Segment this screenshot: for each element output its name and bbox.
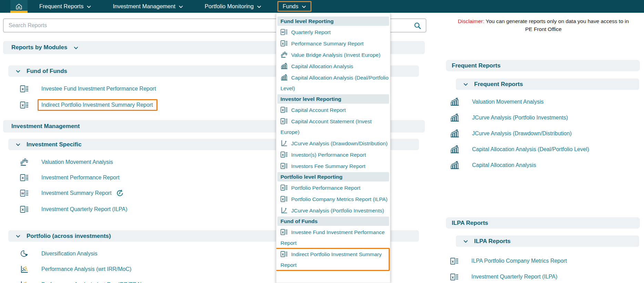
- menu-item-value-bridge-analysis[interactable]: Value Bridge Analysis (Invest Europe): [276, 50, 390, 60]
- report-link-capital-allocation-analysis[interactable]: Capital Allocation Analysis: [446, 160, 641, 170]
- chevron-down-icon: [178, 4, 183, 9]
- waterfall-chart-icon: [20, 158, 29, 166]
- menu-item-investors-fee-summary-report[interactable]: Investors Fee Summary Report: [276, 161, 390, 171]
- nav-label: Funds: [283, 3, 298, 10]
- nav-item-frequent-reports[interactable]: Frequent Reports: [35, 0, 95, 13]
- section-ilpa-reports[interactable]: ILPA Reports: [456, 235, 639, 247]
- menu-item-portfolio-company-metrics-report-ilpa[interactable]: Portfolio Company Metrics Report (ILPA): [276, 194, 390, 205]
- bar-chart-icon: [450, 97, 460, 106]
- search-icon[interactable]: [413, 22, 422, 30]
- report-label: Performance Analysis (wrt IRR/MoC): [41, 266, 131, 272]
- report-label: Valuation Movement Analysis: [41, 159, 113, 165]
- bar-label: Frequent Reports: [452, 62, 501, 69]
- section-frequent-reports[interactable]: Frequent Reports: [456, 78, 639, 90]
- word-icon: [280, 29, 288, 35]
- chevron-down-icon: [16, 69, 21, 74]
- menu-item-label: Portfolio Performance Report: [291, 185, 360, 191]
- menu-item-label: Investee Fund Investment Performance Rep…: [280, 229, 385, 246]
- menu-item-label: Capital Allocation Analysis: [291, 63, 353, 69]
- menu-item-indirect-portfolio-investment-summary-report[interactable]: Indirect Portfolio Investment Summary Re…: [276, 249, 390, 270]
- menu-item-label: Capital Account Report: [291, 107, 346, 113]
- menu-item-jcurve-analysis-drawdown-distribution[interactable]: JCurve Analysis (Drawdown/Distribution): [276, 138, 390, 149]
- nav-home-button[interactable]: [10, 0, 28, 13]
- history-icon[interactable]: [116, 189, 124, 197]
- menu-item-performance-summary-report[interactable]: Performance Summary Report: [276, 38, 390, 49]
- menu-item-label: Capital Account Statement (Invest Europe…: [280, 118, 371, 135]
- menu-item-portfolio-performance-report[interactable]: Portfolio Performance Report: [276, 182, 390, 193]
- menu-section-portfolio-level-reporting: Portfolio level Reporting: [277, 172, 389, 181]
- chevron-down-icon: [16, 142, 21, 147]
- excel-icon: [280, 229, 288, 235]
- nav-item-portfolio-monitoring[interactable]: Portfolio Monitoring: [201, 0, 266, 13]
- excel-icon: [20, 174, 29, 182]
- word-icon: [20, 189, 29, 197]
- chevron-down-icon: [463, 82, 468, 87]
- menu-item-label: Quarterly Report: [291, 29, 331, 35]
- menu-item-label: Investors Fee Summary Report: [291, 163, 365, 169]
- report-label: Diversification Analysis: [41, 251, 98, 257]
- menu-item-label: Capital Allocation Analysis (Deal/Portfo…: [280, 75, 389, 91]
- excel-icon: [280, 118, 288, 125]
- section-label: Investment Specific: [27, 141, 82, 148]
- frequent-reports-outer-bar: Frequent Reports: [446, 60, 640, 71]
- menu-item-label: Portfolio Company Metrics Report (ILPA): [291, 196, 388, 202]
- pie-chart-icon: [20, 250, 29, 258]
- excel-icon: [20, 101, 29, 109]
- report-label: Capital Allocation Analysis (Deal/Portfo…: [472, 146, 589, 153]
- header-label: Reports by Modules: [11, 44, 67, 51]
- bar-chart-icon: [450, 161, 460, 170]
- menu-item-label: JCurve Analysis (Drawdown/Distribution): [291, 140, 388, 146]
- section-label: Portfolio (across investments): [27, 233, 111, 240]
- waterfall-chart-icon: [280, 51, 288, 58]
- menu-item-quarterly-report[interactable]: Quarterly Report: [276, 27, 390, 38]
- menu-item-investors-performance-report[interactable]: Investor(s) Performance Report: [276, 149, 390, 160]
- top-nav: Frequent Reports Investment Management P…: [0, 0, 644, 13]
- menu-item-capital-account-report[interactable]: Capital Account Report: [276, 105, 390, 115]
- excel-icon: [280, 40, 288, 47]
- bar-chart-icon: [450, 129, 460, 138]
- report-link-capital-allocation-deal-portfolio[interactable]: Capital Allocation Analysis (Deal/Portfo…: [446, 144, 641, 155]
- funds-dropdown-menu: Fund level Reporting Quarterly Report Pe…: [276, 13, 390, 283]
- right-panel: Frequent Reports Frequent Reports Valuat…: [446, 60, 641, 282]
- menu-item-label: JCurve Analysis (Portfolio Investments): [291, 208, 384, 213]
- scatter-plot-icon: [20, 265, 29, 273]
- jcurve-icon: [280, 207, 288, 214]
- report-label: JCurve Analysis (Portfolio Investments): [472, 115, 568, 121]
- menu-item-label: Indirect Portfolio Investment Summary Re…: [280, 251, 382, 268]
- bar-chart-icon: [450, 113, 460, 122]
- menu-section-investor-level-reporting: Investor level Reporting: [277, 94, 389, 104]
- disclaimer-label: Disclaimer:: [458, 18, 484, 24]
- menu-item-capital-allocation-analysis-deal-portfolio[interactable]: Capital Allocation Analysis (Deal/Portfo…: [276, 72, 390, 94]
- report-link-jcurve-drawdown-distribution[interactable]: JCurve Analysis (Drawdown/Distribution): [446, 128, 641, 139]
- report-label: Investment Summary Report: [41, 190, 112, 196]
- menu-item-jcurve-analysis-portfolio-investments[interactable]: JCurve Analysis (Portfolio Investments): [276, 205, 390, 216]
- menu-item-capital-account-statement[interactable]: Capital Account Statement (Invest Europe…: [276, 116, 390, 137]
- nav-item-investment-management[interactable]: Investment Management: [109, 0, 187, 13]
- chevron-down-icon: [301, 4, 306, 9]
- chevron-down-icon: [463, 239, 468, 244]
- excel-icon: [280, 163, 288, 169]
- menu-item-label: Value Bridge Analysis (Invest Europe): [291, 52, 380, 58]
- nav-label: Portfolio Monitoring: [205, 3, 254, 10]
- excel-icon: [280, 251, 288, 258]
- report-link-investment-quarterly-report-ilpa[interactable]: Investment Quarterly Report (ILPA): [446, 272, 641, 282]
- report-link-jcurve-portfolio-investments[interactable]: JCurve Analysis (Portfolio Investments): [446, 113, 641, 123]
- bar-label: ILPA Reports: [452, 220, 488, 227]
- report-label: Investee Fund Investment Performance Rep…: [41, 86, 156, 92]
- excel-icon: [280, 151, 288, 158]
- excel-icon: [280, 196, 288, 202]
- menu-item-investee-fund-investment-performance-report[interactable]: Investee Fund Investment Performance Rep…: [276, 227, 390, 248]
- report-label: JCurve Analysis (Drawdown/Distribution): [472, 130, 572, 137]
- excel-icon: [450, 257, 459, 265]
- home-icon: [15, 2, 23, 11]
- section-label: Fund of Funds: [27, 68, 67, 75]
- chevron-down-icon: [86, 4, 91, 9]
- nav-item-funds[interactable]: Funds: [277, 1, 311, 12]
- menu-item-capital-allocation-analysis[interactable]: Capital Allocation Analysis: [276, 61, 390, 72]
- ilpa-reports-outer-bar: ILPA Reports: [446, 217, 640, 229]
- jcurve-icon: [280, 140, 288, 147]
- report-link-valuation-movement-analysis[interactable]: Valuation Movement Analysis: [446, 97, 641, 107]
- report-label: Investment Performance Report: [41, 175, 120, 181]
- report-link-ilpa-portfolio-company-metrics[interactable]: ILPA Portfolio Company Metrics Report: [446, 256, 641, 266]
- disclaimer: Disclaimer: You can generate reports onl…: [446, 17, 641, 33]
